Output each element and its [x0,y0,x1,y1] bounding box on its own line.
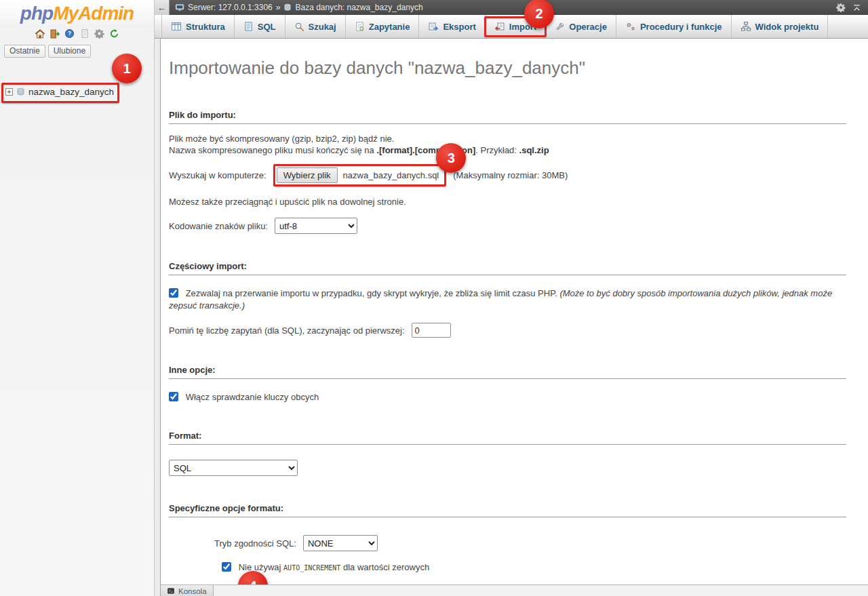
database-tree: + nazwa_bazy_danych 1 [0,58,154,139]
export-icon [428,21,439,32]
annotation-rect-file-input: Wybierz plik nazwa_bazy_danych.sql 3 [273,164,447,186]
fk-check-checkbox[interactable] [169,392,178,401]
sidebar-action-icons: ? [0,28,154,39]
import-page-content: Importowanie do bazy danych "nazwa_bazy_… [160,39,868,584]
logo-php-part: php [20,3,53,24]
breadcrumb-database[interactable]: Baza danych: nazwa_bazy_danych [295,3,422,12]
skip-queries-label: Pomiń tę liczbę zapytań (dla SQL), zaczy… [169,325,405,336]
tab-recent[interactable]: Ostatnie [4,45,45,58]
file-hint-line1: Plik może być skompresowany (gzip, bzip2… [169,134,846,144]
tab-routines-label: Procedury i funkcje [640,22,722,32]
tab-designer[interactable]: Widok projektu [732,15,829,38]
documentation-icon[interactable] [79,28,90,39]
search-icon [294,22,304,32]
refresh-icon[interactable] [108,28,120,39]
tree-item-database[interactable]: + nazwa_bazy_danych [5,87,114,97]
no-auto-increment-checkbox[interactable] [222,562,231,572]
page-title: Importowanie do bazy danych "nazwa_bazy_… [169,58,846,79]
format-row: SQL [169,460,846,476]
selected-file-name: nazwa_bazy_danych.sql [343,170,439,180]
no-auto-increment-row: Nie używaj AUTO_INCREMENT dla wartości z… [169,561,846,574]
page-settings-gear-icon[interactable] [836,3,846,12]
query-icon [355,21,365,32]
file-hint-line2-prefix: Nazwa skompresowanego pliku musi kończyć… [169,145,376,155]
section-file-to-import: Plik do importu: Plik może być skompreso… [169,110,846,234]
sidebar-collapse-button[interactable]: ← [155,0,170,15]
file-browse-row: Wyszukaj w komputerze: Wybierz plik nazw… [169,164,846,186]
console-icon [167,587,175,595]
tab-structure-label: Struktura [186,22,225,32]
logo-myadmin-part: MyAdmin [53,3,134,24]
sql-compat-select[interactable]: NONE [303,535,378,551]
skip-queries-input[interactable] [412,323,451,338]
section-title-other: Inne opcje: [169,365,846,379]
section-partial-import: Częściowy import: Zezwalaj na przerwanie… [169,261,846,338]
settings-gear-icon[interactable] [94,28,105,39]
section-format-options: Specyficzne opcje formatu: Tryb zgodnośc… [169,503,846,574]
file-hint-example: .sql.zip [519,145,549,155]
no-auto-increment-label-prefix: Nie używaj [239,562,283,572]
import-icon [494,21,505,32]
expand-plus-icon[interactable]: + [5,88,13,96]
allow-interrupt-label: Zezwalaj na przerwanie importu w przypad… [186,288,560,298]
structure-icon [171,21,182,32]
no-auto-increment-label-suffix: dla wartości zerowych [340,562,429,572]
tab-query[interactable]: Zapytanie [346,15,420,38]
auto-increment-code: AUTO_INCREMENT [283,564,340,572]
tab-structure[interactable]: Struktura [161,15,235,38]
section-title-file: Plik do importu: [169,110,846,124]
wrench-icon [555,22,565,32]
database-icon [16,87,25,96]
tab-query-label: Zapytanie [369,22,410,32]
breadcrumb-server[interactable]: Serwer: 127.0.0.1:3306 [188,3,273,12]
section-title-partial: Częściowy import: [169,261,846,275]
fk-check-label: Włącz sprawdzanie kluczy obcych [186,392,319,402]
tab-operations[interactable]: Operacje [546,15,616,38]
max-size-label: (Maksymalny rozmiar: 30MB) [453,170,568,180]
sql-icon [243,21,254,32]
console-toggle[interactable]: Konsola [161,585,214,596]
allow-interrupt-row: Zezwalaj na przerwanie importu w przypad… [169,287,846,312]
annotation-step-3: 3 [436,143,466,173]
charset-row: Kodowanie znaków pliku: utf-8 [169,218,846,234]
format-select[interactable]: SQL [169,460,298,476]
home-icon[interactable] [34,28,45,39]
tree-database-label[interactable]: nazwa_bazy_danych [28,87,114,97]
breadcrumb-separator: » [276,3,281,12]
svg-text:?: ? [68,30,71,37]
database-tab-bar: Struktura SQL Szukaj Zapytanie Eksport [155,15,868,39]
collapse-top-icon[interactable] [852,3,861,12]
allow-interrupt-checkbox[interactable] [169,288,178,298]
topbar-right-icons [836,3,868,12]
tab-export[interactable]: Eksport [419,15,485,38]
section-format: Format: SQL [169,431,846,476]
file-hint-line2: Nazwa skompresowanego pliku musi kończyć… [169,145,846,155]
annotation-step-1: 1 [112,54,142,83]
help-icon[interactable]: ? [64,28,75,39]
dragdrop-hint: Możesz także przeciągnąć i upuścić plik … [169,197,846,207]
choose-file-button[interactable]: Wybierz plik [277,167,338,183]
charset-label: Kodowanie znaków pliku: [169,221,268,231]
file-hint-line2-mid: . Przykład: [475,145,519,155]
breadcrumb-database-icon [283,3,292,12]
annotation-step-2: 2 [524,0,554,28]
tab-search[interactable]: Szukaj [285,15,346,38]
tab-sql[interactable]: SQL [235,15,285,38]
tab-favorites[interactable]: Ulubione [48,45,91,58]
tab-export-label: Eksport [443,22,475,32]
breadcrumb: Serwer: 127.0.0.1:3306 » Baza danych: na… [170,3,423,12]
logout-door-icon[interactable] [49,28,60,39]
phpmyadmin-page: phpMyAdmin ? Ostatnie Ulubione [0,0,868,596]
skip-queries-row: Pomiń tę liczbę zapytań (dla SQL), zaczy… [169,323,846,338]
charset-select[interactable]: utf-8 [275,218,357,234]
tab-operations-label: Operacje [569,22,607,32]
tab-routines[interactable]: Procedury i funkcje [616,15,732,38]
sql-compat-row: Tryb zgodności SQL: NONE [169,535,846,551]
navigation-sidebar: phpMyAdmin ? Ostatnie Ulubione [0,0,155,596]
tab-sql-label: SQL [258,22,276,32]
designer-diagram-icon [741,21,751,32]
server-monitor-icon [175,3,184,12]
browse-label: Wyszukaj w komputerze: [169,170,267,180]
main-panel: ← Serwer: 127.0.0.1:3306 » Baza danych: … [155,0,868,596]
section-title-format: Format: [169,431,846,445]
